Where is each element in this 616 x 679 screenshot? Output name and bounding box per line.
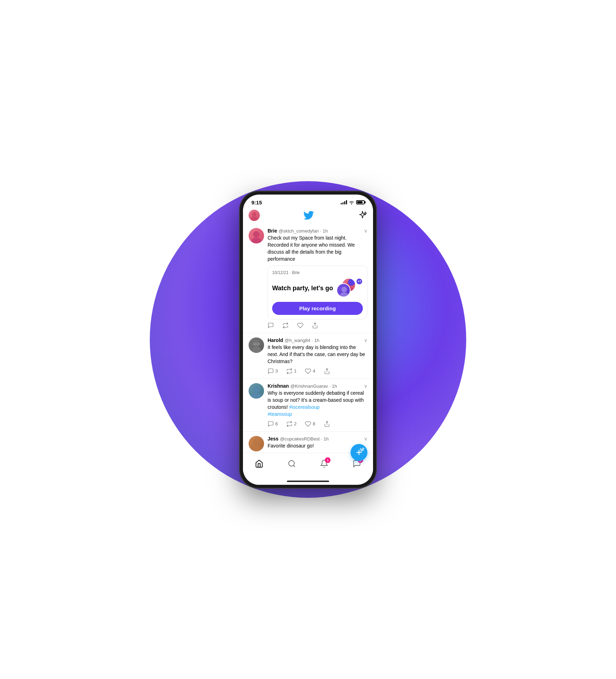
tweet-content-harold: Harold @h_wang84 · 1h ∨ It feels like ev… — [268, 337, 367, 374]
space-avatar-2 — [336, 283, 351, 297]
tweet-feed: Brie @sktch_comedyfan · 1h ∨ Check out m… — [243, 224, 373, 453]
tweet-item-harold: Harold @h_wang84 · 1h ∨ It feels like ev… — [243, 333, 373, 379]
tweet-header-brie: Brie @sktch_comedyfan · 1h ∨ — [268, 228, 367, 234]
tweet-name-jess: Jess — [268, 436, 278, 442]
tweet-chevron-brie[interactable]: ∨ — [364, 228, 367, 234]
svg-point-3 — [251, 237, 261, 243]
svg-line-18 — [293, 465, 295, 467]
tweet-header-jess: Jess @cupcakesRDBest · 1h ∨ — [268, 436, 367, 442]
space-avatar-badge: +7 — [356, 278, 363, 285]
like-action-krishnan[interactable]: 8 — [305, 421, 315, 427]
compose-fab[interactable] — [351, 444, 367, 461]
svg-point-2 — [253, 231, 259, 237]
nav-notifications[interactable]: 1 — [317, 457, 331, 471]
tweet-time-brie: · 1h — [320, 228, 328, 234]
battery-icon — [356, 200, 365, 204]
tweet-avatar-brie[interactable] — [249, 228, 264, 243]
tweet-avatar-krishnan[interactable] — [249, 383, 264, 399]
space-card-body: Watch party, let's go — [272, 278, 363, 299]
tweet-actions-krishnan: 6 2 8 — [268, 421, 367, 427]
status-time: 9:15 — [251, 199, 262, 205]
retweet-count-krishnan: 2 — [294, 421, 296, 426]
signal-icon — [341, 200, 347, 204]
space-card-avatars: +7 — [335, 278, 363, 299]
like-action-brie[interactable] — [297, 322, 303, 329]
tweet-actions-harold: 3 1 4 — [268, 368, 367, 374]
wifi-icon — [349, 200, 354, 204]
tweet-time-krishnan: · 1h — [329, 383, 337, 389]
tweet-item: Brie @sktch_comedyfan · 1h ∨ Check out m… — [243, 224, 373, 333]
tweet-item-krishnan: Krishnan @KrishnanGuarav · 1h ∨ Why is e… — [243, 379, 373, 432]
retweet-action-krishnan[interactable]: 2 — [286, 421, 296, 427]
tweet-header-krishnan: Krishnan @KrishnanGuarav · 1h ∨ — [268, 383, 367, 389]
tweet-text-brie: Check out my Space from last night. Reco… — [268, 234, 367, 263]
tweet-handle-harold: @h_wang84 — [284, 338, 310, 343]
tweet-actions-brie — [268, 322, 367, 329]
nav-search[interactable] — [285, 457, 299, 471]
tweet-text-harold: It feels like every day is blending into… — [268, 344, 367, 365]
like-count-krishnan: 8 — [313, 421, 315, 426]
tweet-avatar-jess[interactable] — [249, 436, 264, 451]
svg-point-9 — [251, 347, 261, 353]
tweet-content-krishnan: Krishnan @KrishnanGuarav · 1h ∨ Why is e… — [268, 383, 367, 427]
tweet-time-jess: · 1h — [321, 436, 329, 442]
svg-point-0 — [252, 212, 256, 216]
like-count-harold: 4 — [313, 368, 315, 374]
reply-action-harold[interactable]: 3 — [268, 368, 278, 374]
page-wrapper: 9:15 — [0, 0, 616, 679]
sparkle-icon[interactable] — [358, 210, 367, 220]
hashtag-teamsoup[interactable]: #teamsoup — [268, 411, 292, 417]
retweet-action-harold[interactable]: 1 — [286, 368, 296, 374]
reply-count-krishnan: 6 — [275, 421, 278, 426]
twitter-logo — [303, 211, 314, 220]
share-action-krishnan[interactable] — [324, 421, 330, 427]
status-icons — [341, 200, 365, 204]
twitter-header — [243, 207, 373, 224]
tweet-chevron-harold[interactable]: ∨ — [364, 337, 367, 343]
retweet-count-harold: 1 — [294, 368, 296, 374]
svg-point-15 — [253, 439, 259, 445]
like-action-harold[interactable]: 4 — [305, 368, 315, 374]
tweet-time-harold: · 1h — [312, 338, 320, 343]
retweet-action-brie[interactable] — [282, 322, 289, 329]
hashtag-iscerealsoup[interactable]: #iscerealsoup — [289, 404, 319, 410]
reply-action-brie[interactable] — [268, 322, 274, 329]
phone-screen: 9:15 — [243, 195, 373, 485]
home-indicator — [243, 478, 373, 485]
tweet-handle-brie: @sktch_comedyfan — [278, 228, 319, 234]
nav-home[interactable] — [252, 457, 266, 471]
tweet-avatar-harold[interactable] — [249, 337, 264, 353]
tweet-name-krishnan: Krishnan — [268, 383, 289, 389]
user-avatar[interactable] — [249, 210, 260, 221]
tweet-content-brie: Brie @sktch_comedyfan · 1h ∨ Check out m… — [268, 228, 367, 329]
svg-point-14 — [251, 393, 261, 399]
phone-frame: 9:15 — [239, 191, 377, 488]
tweet-chevron-krishnan[interactable]: ∨ — [364, 383, 367, 389]
tweet-handle-jess: @cupcakesRDBest — [280, 436, 320, 442]
tweet-chevron-jess[interactable]: ∨ — [364, 436, 367, 442]
tweet-name-harold: Harold — [268, 337, 283, 343]
space-card-meta: 10/12/21 · Brie — [272, 270, 363, 275]
reply-action-krishnan[interactable]: 6 — [268, 421, 278, 427]
svg-point-1 — [251, 216, 258, 221]
svg-point-7 — [340, 292, 348, 297]
space-card-title: Watch party, let's go — [272, 284, 333, 292]
tweet-handle-krishnan: @KrishnanGuarav — [290, 383, 328, 389]
status-bar: 9:15 — [243, 195, 373, 207]
svg-point-17 — [289, 461, 294, 466]
tweet-header-harold: Harold @h_wang84 · 1h ∨ — [268, 337, 367, 343]
notifications-badge: 1 — [325, 457, 331, 463]
tweet-text-krishnan: Why is everyone suddenly debating if cer… — [268, 389, 367, 418]
svg-point-16 — [251, 445, 261, 451]
svg-point-13 — [253, 386, 259, 393]
share-action-brie[interactable] — [312, 322, 318, 329]
tweet-name-brie: Brie — [268, 228, 277, 234]
share-action-harold[interactable] — [324, 368, 330, 374]
svg-point-6 — [341, 287, 347, 292]
reply-count-harold: 3 — [275, 368, 278, 374]
svg-point-8 — [253, 341, 259, 347]
play-recording-button[interactable]: Play recording — [272, 302, 363, 315]
space-card: 10/12/21 · Brie Watch party, let's go — [268, 266, 367, 319]
